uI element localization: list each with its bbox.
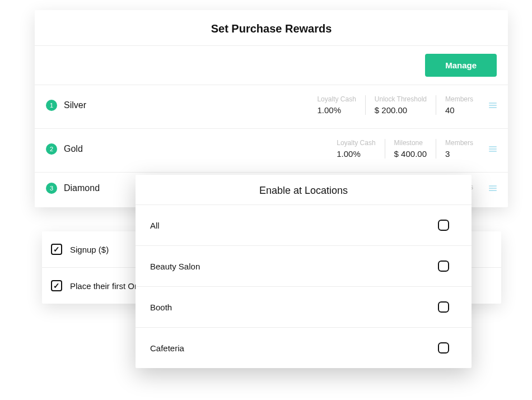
- tier-stats: Loyalty Cash 1.00% Unlock Threshold $ 20…: [308, 95, 482, 115]
- stat-value: $ 400.00: [394, 149, 427, 159]
- location-name: Cafeteria: [150, 343, 184, 353]
- stat-value: $ 200.00: [375, 105, 427, 115]
- location-name: Booth: [150, 303, 172, 312]
- checkbox-first-order[interactable]: [51, 280, 62, 291]
- stat-value: 1.00%: [337, 149, 375, 159]
- drag-handle-icon[interactable]: [489, 144, 497, 154]
- rewards-title: Set Purchase Rewards: [35, 22, 508, 35]
- stat-label: Milestone: [394, 139, 427, 147]
- stat-value: 1.00%: [317, 105, 356, 115]
- location-row-booth[interactable]: Booth: [136, 287, 472, 328]
- checkbox-location-beauty-salon[interactable]: [438, 261, 449, 272]
- tier-name: Silver: [64, 100, 308, 110]
- tier-row-silver[interactable]: 1 Silver Loyalty Cash 1.00% Unlock Thres…: [35, 85, 508, 129]
- location-name: Beauty Salon: [150, 262, 200, 271]
- checkbox-location-booth[interactable]: [438, 301, 449, 313]
- drag-handle-icon[interactable]: [489, 183, 497, 193]
- tier-badge: 2: [46, 143, 57, 155]
- checkbox-signup[interactable]: [51, 244, 62, 255]
- location-name: All: [150, 221, 160, 230]
- stat-value: 40: [445, 105, 473, 115]
- tier-row-gold[interactable]: 2 Gold Loyalty Cash 1.00% Milestone $ 40…: [35, 129, 508, 173]
- stat-loyalty-cash: Loyalty Cash 1.00%: [308, 95, 365, 115]
- stat-label: Loyalty Cash: [317, 95, 356, 103]
- locations-header: Enable at Locations: [136, 175, 472, 205]
- tier-stats: Loyalty Cash 1.00% Milestone $ 400.00 Me…: [328, 139, 482, 159]
- stat-label: Members: [445, 139, 473, 147]
- stat-members: Members 40: [436, 95, 482, 115]
- enable-locations-modal: Enable at Locations All Beauty Salon Boo…: [136, 175, 472, 368]
- locations-title: Enable at Locations: [136, 185, 472, 197]
- tier-name: Gold: [64, 144, 328, 154]
- checkbox-location-all[interactable]: [438, 220, 449, 231]
- tier-badge: 3: [46, 183, 57, 194]
- stat-label: Loyalty Cash: [337, 139, 375, 147]
- stat-members: Members 3: [436, 139, 482, 159]
- rewards-header: Set Purchase Rewards: [35, 10, 508, 46]
- tier-badge: 1: [46, 100, 57, 111]
- stat-milestone: Milestone $ 400.00: [385, 139, 436, 159]
- stat-label: Members: [445, 95, 473, 103]
- location-row-beauty-salon[interactable]: Beauty Salon: [136, 246, 472, 287]
- action-label: Signup ($): [70, 245, 109, 254]
- stat-unlock-threshold: Unlock Threshold $ 200.00: [365, 95, 436, 115]
- location-row-cafeteria[interactable]: Cafeteria: [136, 328, 472, 368]
- location-row-all[interactable]: All: [136, 205, 472, 246]
- stat-value: 3: [445, 149, 473, 159]
- manage-button[interactable]: Manage: [425, 54, 497, 77]
- stat-loyalty-cash: Loyalty Cash 1.00%: [328, 139, 384, 159]
- stat-label: Unlock Threshold: [375, 95, 427, 103]
- drag-handle-icon[interactable]: [489, 100, 497, 110]
- manage-row: Manage: [35, 46, 508, 85]
- checkbox-location-cafeteria[interactable]: [438, 342, 449, 354]
